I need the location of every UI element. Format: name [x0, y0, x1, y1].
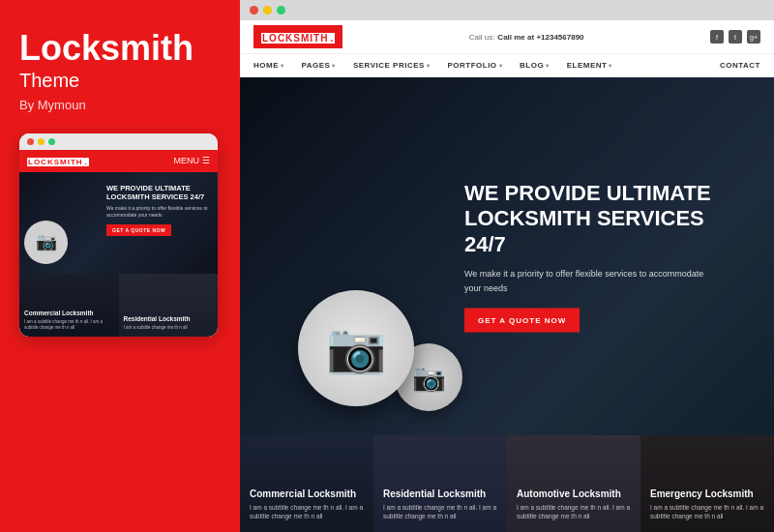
desktop-site: LOCKSMITH. Call us: Call me at +12345678… — [240, 20, 774, 532]
desktop-nav: HOME ▾ PAGES ▾ SERVICE PRICES ▾ PORTFOLI… — [240, 54, 774, 77]
desktop-logo: LOCKSMITH. — [253, 25, 342, 48]
desktop-hero-heading: WE PROVIDE ULTIMATE LOCKSMITH SERVICES 2… — [464, 181, 716, 257]
nav-home-arrow: ▾ — [281, 62, 284, 69]
mobile-menu-button[interactable]: MENU ☰ — [174, 156, 211, 165]
desktop-browser-bar — [240, 0, 774, 20]
desktop-hero-description: We make it a priority to offer flexible … — [464, 267, 716, 295]
desktop-topbar: LOCKSMITH. Call us: Call me at +12345678… — [240, 20, 774, 54]
desktop-call-info: Call us: Call me at +1234567890 — [469, 33, 584, 42]
desktop-service-automotive: Automotive Locksmith I am a subtitle cha… — [507, 435, 640, 532]
nav-home[interactable]: HOME ▾ — [253, 54, 284, 76]
mobile-cta-button[interactable]: GET A QUOTE NOW — [106, 224, 171, 236]
googleplus-icon[interactable]: g+ — [747, 30, 760, 44]
twitter-icon[interactable]: t — [729, 30, 742, 44]
nav-service-prices-arrow: ▾ — [427, 62, 431, 69]
desktop-hero: 📷 📷 WE PROVIDE ULTIMATE LOCKSMITH SERVIC… — [240, 77, 774, 435]
mobile-hero: 📷 WE PROVIDE ULTIMATE LOCKSMITH SERVICES… — [19, 172, 218, 274]
mobile-preview: LOCKSMITH. MENU ☰ 📷 WE PROVIDE ULTIMATE … — [19, 133, 218, 337]
mobile-service-commercial: Commercial Locksmith I am a subtitle cha… — [19, 274, 119, 337]
desktop-service-commercial: Commercial Locksmith I am a subtitle cha… — [240, 435, 373, 532]
desktop-hero-text: WE PROVIDE ULTIMATE LOCKSMITH SERVICES 2… — [464, 181, 716, 333]
desktop-social-links: f t g+ — [710, 30, 760, 44]
nav-portfolio-arrow: ▾ — [499, 62, 503, 69]
desktop-dot-red — [250, 6, 258, 15]
mobile-camera-icon: 📷 — [24, 221, 68, 264]
desktop-services: Commercial Locksmith I am a subtitle cha… — [240, 435, 774, 532]
nav-element-arrow: ▾ — [609, 62, 612, 69]
mobile-service-residential: Residential Locksmith I am a subtitle ch… — [119, 274, 219, 337]
nav-pages-arrow: ▾ — [332, 62, 336, 69]
nav-portfolio[interactable]: PORTFOLIO ▾ — [447, 54, 502, 76]
nav-service-prices[interactable]: SERVICE PRICES ▾ — [353, 54, 430, 76]
desktop-dot-yellow — [263, 6, 272, 15]
dot-red — [27, 138, 34, 145]
desktop-service-residential: Residential Locksmith I am a subtitle ch… — [373, 435, 507, 532]
mobile-site-content: LOCKSMITH. MENU ☰ 📷 WE PROVIDE ULTIMATE … — [19, 150, 218, 337]
desktop-camera-group: 📷 📷 — [298, 290, 462, 406]
dot-green — [48, 138, 55, 145]
nav-blog-arrow: ▾ — [546, 62, 550, 69]
mobile-services: Commercial Locksmith I am a subtitle cha… — [19, 274, 218, 337]
mobile-logo: LOCKSMITH. — [27, 156, 89, 166]
right-panel: LOCKSMITH. Call us: Call me at +12345678… — [240, 0, 774, 532]
nav-pages[interactable]: PAGES ▾ — [302, 54, 336, 76]
desktop-cta-button[interactable]: GET A QUOTE NOW — [464, 308, 580, 332]
facebook-icon[interactable]: f — [710, 30, 724, 44]
dot-yellow — [38, 138, 45, 145]
camera-big-icon: 📷 — [298, 290, 414, 406]
mobile-browser-bar — [19, 133, 218, 150]
nav-blog[interactable]: BLOG ▾ — [520, 54, 550, 76]
nav-contact[interactable]: CONTACT — [720, 54, 760, 76]
left-panel: Locksmith Theme By Mymoun LOCKSMITH. MEN… — [0, 0, 240, 532]
desktop-service-emergency: Emergency Locksmith I am a subtitle chan… — [640, 435, 774, 532]
nav-element[interactable]: ELEMENT ▾ — [567, 54, 612, 76]
desktop-dot-green — [277, 6, 285, 15]
mobile-hero-text: WE PROVIDE ULTIMATE LOCKSMITH SERVICES 2… — [106, 184, 213, 237]
mobile-nav: LOCKSMITH. MENU ☰ — [19, 150, 218, 172]
theme-title: Locksmith Theme By Mymoun — [19, 29, 194, 112]
